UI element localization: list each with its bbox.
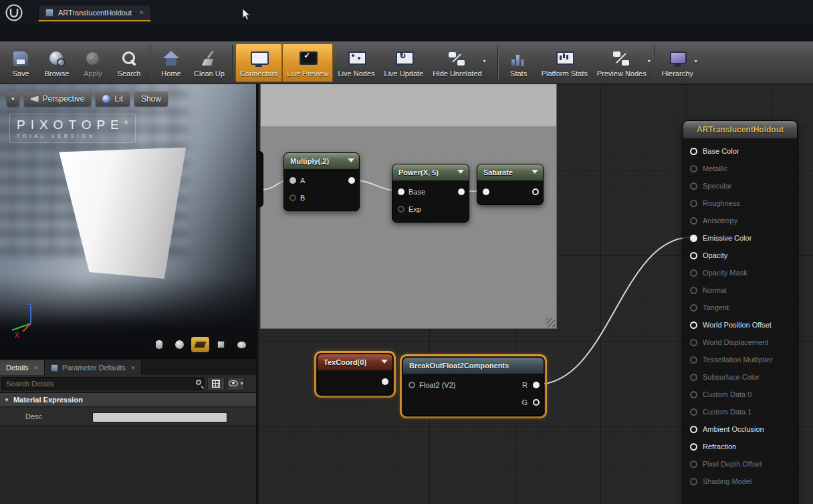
tab-parameter-defaults[interactable]: Parameter Defaults × [45,360,142,375]
pin-icon[interactable] [690,148,697,155]
input-pin-float2[interactable] [409,382,415,388]
menu-item[interactable] [37,31,55,35]
menu-item[interactable] [55,31,72,35]
shape-plane-button[interactable] [191,337,209,352]
shape-cylinder-button[interactable] [150,337,168,352]
material-pin-row[interactable]: Base Color [683,142,797,160]
node-header[interactable]: Power(X, 5) [392,164,469,180]
material-expression-section-header[interactable]: ▼ Material Expression [0,392,256,407]
material-pin-row[interactable]: Roughness [683,195,797,212]
pin-icon[interactable] [690,478,697,485]
tab-details[interactable]: Details × [0,360,45,375]
node-header[interactable]: Saturate [477,164,543,180]
material-pin-row[interactable]: Subsurface Color [683,368,797,386]
desc-input[interactable] [92,412,227,422]
material-pin-row[interactable]: World Position Offset [683,316,797,334]
output-pin-g[interactable] [533,399,540,406]
material-pin-row[interactable]: Normal [683,281,797,299]
collapse-caret-icon[interactable] [457,170,464,174]
tab-close-icon[interactable]: × [34,364,38,372]
toolbar-button[interactable]: Platform Stats ▾ [537,43,592,82]
material-pin-row[interactable]: Custom Data 0 [683,386,797,403]
comment-resize-handle[interactable] [546,318,555,327]
output-pin[interactable] [382,378,388,385]
collapse-caret-icon[interactable] [348,158,354,162]
toolbar-button[interactable]: Search ▾ [111,43,147,82]
output-pin[interactable] [458,188,465,195]
collapse-caret-icon[interactable] [381,360,388,364]
node-saturate[interactable]: Saturate [477,164,544,205]
material-pin-row[interactable]: Custom Data 1 [683,403,797,420]
material-pin-row[interactable]: Ambient Occlusion [683,420,797,438]
input-pin-a[interactable] [289,177,296,184]
toolbar-button[interactable]: Stats ▾ [501,43,537,82]
toolbar-button[interactable]: Live Nodes ▾ [333,43,379,82]
material-pin-row[interactable]: Anisotropy [683,212,797,229]
menu-item[interactable] [3,31,20,35]
pin-icon[interactable] [690,287,697,294]
output-pin[interactable] [348,177,355,184]
node-power[interactable]: Power(X, 5) Base Exp [392,164,469,223]
preview-viewport[interactable]: ▾ Perspective Lit Show PIXOTOPE® TRIAL V… [0,84,256,359]
menu-item[interactable] [20,31,37,35]
pin-icon[interactable] [690,217,697,225]
node-header[interactable]: Multiply(,2) [284,153,359,169]
node-header[interactable]: TexCoord[0] [318,354,392,370]
tab-close-icon[interactable]: × [131,364,135,372]
output-pin-r[interactable] [533,382,540,388]
partially-visible-node[interactable] [258,151,263,207]
pin-icon[interactable] [690,374,697,381]
toolbar-button[interactable]: Preview Nodes ▾ [592,43,651,82]
pin-icon[interactable] [690,461,697,468]
dropdown-caret-icon[interactable]: ▾ [695,58,697,64]
material-pin-row[interactable]: Opacity Mask [683,264,797,281]
material-pin-row[interactable]: Opacity [683,247,797,264]
toolbar-button[interactable]: Live Preview ▾ [282,43,333,82]
toolbar-button[interactable]: Browse ▾ [39,43,75,82]
toolbar-button[interactable]: Live Update ▾ [380,43,429,82]
output-pin[interactable] [532,188,539,195]
material-graph-canvas[interactable]: Multiply(,2) A B Power(X, 5) [258,84,813,504]
pin-icon[interactable] [690,322,697,329]
node-header[interactable]: BreakOutFloat2Components [403,358,544,374]
shape-teapot-button[interactable] [233,337,251,352]
material-pin-row[interactable]: Tangent [683,299,797,316]
pin-icon[interactable] [690,182,697,190]
collapse-triangle-icon[interactable]: ▼ [4,397,9,403]
document-tab[interactable]: ARTranslucentHoldout × [38,5,151,21]
material-pin-row[interactable]: Shading Model [683,473,797,490]
collapse-caret-icon[interactable] [532,170,538,174]
node-breakoutfloat2components[interactable]: BreakOutFloat2Components Float2 (V2) R G [402,357,544,416]
toolbar-button[interactable]: Clean Up ▾ [189,43,229,82]
lit-mode-button[interactable]: Lit [96,92,130,106]
input-pin[interactable] [483,188,489,195]
property-matrix-button[interactable] [207,377,225,390]
material-pin-row[interactable]: Specular [683,177,797,195]
material-pin-row[interactable]: Refraction [683,438,797,455]
material-result-node[interactable]: ARTranslucentHoldout Base Color Metallic… [683,120,798,504]
dropdown-caret-icon[interactable]: ▾ [483,58,486,64]
shape-cube-button[interactable] [212,337,230,352]
pin-icon[interactable] [690,269,697,277]
pin-icon[interactable] [690,426,697,433]
input-pin-base[interactable] [398,188,404,195]
toolbar-button[interactable]: Hierarchy ▾ [657,43,698,82]
shape-sphere-button[interactable] [170,337,189,352]
material-node-header[interactable]: ARTranslucentHoldout [683,121,797,138]
material-pin-row[interactable]: Emissive Color [683,229,797,247]
pin-icon[interactable] [690,443,697,451]
viewport-options-dropdown[interactable]: ▾ [7,92,19,106]
comment-node-header[interactable] [261,84,556,126]
pin-icon[interactable] [690,235,697,242]
pin-icon[interactable] [690,304,697,311]
search-details-input[interactable] [1,377,205,390]
pin-icon[interactable] [690,391,697,398]
material-pin-row[interactable]: Metallic [683,160,797,177]
input-pin-b[interactable] [289,195,296,201]
menu-item[interactable] [72,31,90,35]
material-pin-row[interactable]: World Displacement [683,334,797,351]
dropdown-caret-icon[interactable]: ▾ [648,58,651,64]
toolbar-button[interactable]: Apply ▾ [75,43,111,82]
pin-icon[interactable] [690,339,697,346]
input-pin-exp[interactable] [398,206,404,213]
